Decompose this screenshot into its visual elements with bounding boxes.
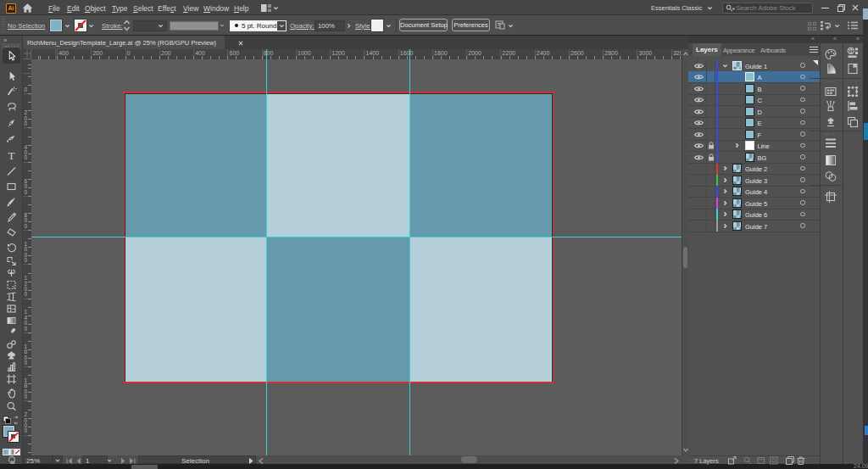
- svg-text:T: T: [8, 149, 15, 162]
